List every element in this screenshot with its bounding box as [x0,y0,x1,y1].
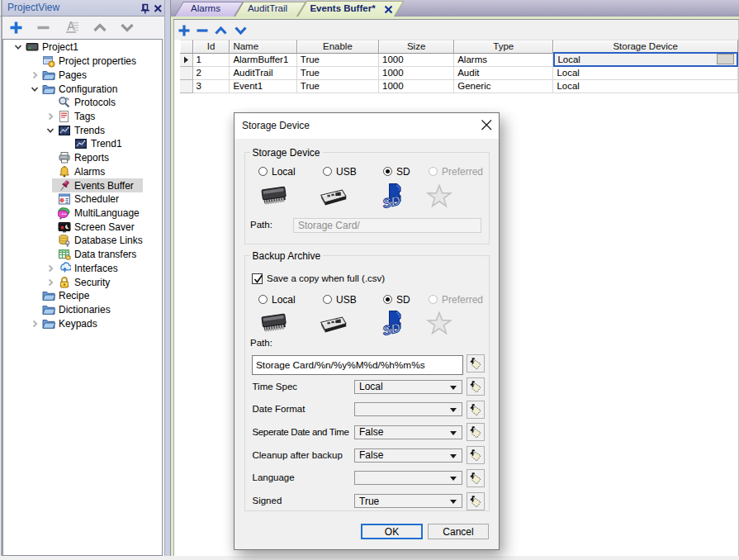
svg-text:SD: SD [381,193,402,209]
svg-text:SD: SD [381,320,402,336]
